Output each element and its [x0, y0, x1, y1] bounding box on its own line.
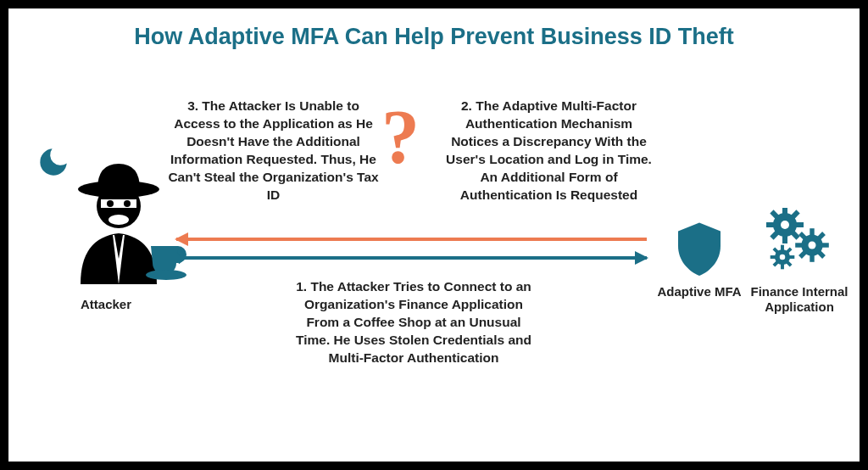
svg-rect-2	[101, 199, 136, 208]
page-title: How Adaptive MFA Can Help Prevent Busine…	[8, 24, 860, 50]
svg-rect-14	[781, 245, 784, 251]
mfa-label: Adaptive MFA	[653, 284, 746, 299]
svg-point-15	[780, 255, 786, 260]
step-3-text: 3. The Attacker Is Unable to Access to t…	[165, 98, 381, 204]
svg-point-4	[124, 200, 131, 207]
adaptive-mfa-group: Adaptive MFA	[653, 221, 746, 299]
question-mark-icon: ?	[381, 93, 420, 181]
arrow-response	[176, 238, 647, 241]
svg-point-6	[146, 270, 186, 280]
gears-icon	[748, 208, 850, 279]
shield-icon	[653, 221, 746, 279]
finance-app-group: Finance Internal Application	[748, 208, 850, 315]
step-2-text: 2. The Adaptive Multi-Factor Authenticat…	[441, 98, 657, 204]
svg-point-12	[809, 242, 816, 249]
attacker-label: Attacker	[55, 297, 157, 311]
diagram-frame: How Adaptive MFA Can Help Prevent Busine…	[0, 0, 868, 470]
svg-point-5	[108, 215, 129, 225]
svg-point-9	[781, 221, 789, 229]
step-1-text: 1. The Attacker Tries to Connect to an O…	[295, 278, 532, 367]
app-label: Finance Internal Application	[748, 284, 850, 315]
svg-rect-8	[782, 208, 787, 215]
arrow-request	[176, 256, 647, 260]
svg-rect-11	[810, 228, 814, 236]
svg-point-3	[107, 200, 114, 207]
